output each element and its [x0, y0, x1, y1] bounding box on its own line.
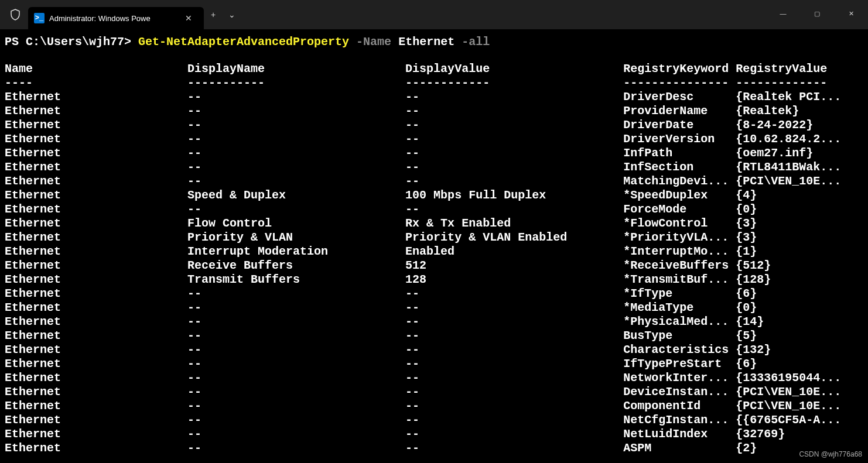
- powershell-icon: >_: [34, 13, 45, 23]
- window: >_ Administrator: Windows Powe ✕ + ⌄ — ▢…: [0, 0, 868, 463]
- watermark: CSDN @wjh776a68: [799, 450, 862, 458]
- titlebar: >_ Administrator: Windows Powe ✕ + ⌄ — ▢…: [0, 0, 868, 29]
- terminal[interactable]: PS C:\Users\wjh77> Get-NetAdapterAdvance…: [0, 29, 868, 463]
- maximize-button[interactable]: ▢: [800, 2, 834, 25]
- tab-dropdown-button[interactable]: ⌄: [223, 5, 241, 24]
- minimize-button[interactable]: —: [766, 2, 800, 25]
- command-flag-name: -Name: [349, 35, 391, 49]
- tab-active[interactable]: >_ Administrator: Windows Powe ✕: [28, 7, 204, 29]
- command-name: Get-NetAdapterAdvancedProperty: [138, 35, 349, 49]
- window-controls: — ▢ ✕: [766, 0, 868, 29]
- new-tab-button[interactable]: +: [204, 5, 223, 24]
- tab-title: Administrator: Windows Powe: [49, 14, 175, 23]
- shield-icon: [5, 4, 26, 26]
- command-flag-all: -all: [454, 35, 490, 49]
- tab-row: >_ Administrator: Windows Powe ✕ + ⌄: [0, 0, 241, 29]
- close-window-button[interactable]: ✕: [834, 2, 868, 25]
- command-arg: Ethernet: [391, 35, 454, 49]
- output-table: Name DisplayName DisplayValue RegistryKe…: [5, 62, 863, 455]
- close-tab-button[interactable]: ✕: [179, 9, 198, 28]
- command-line: PS C:\Users\wjh77> Get-NetAdapterAdvance…: [5, 35, 863, 49]
- prompt: PS C:\Users\wjh77>: [5, 35, 138, 49]
